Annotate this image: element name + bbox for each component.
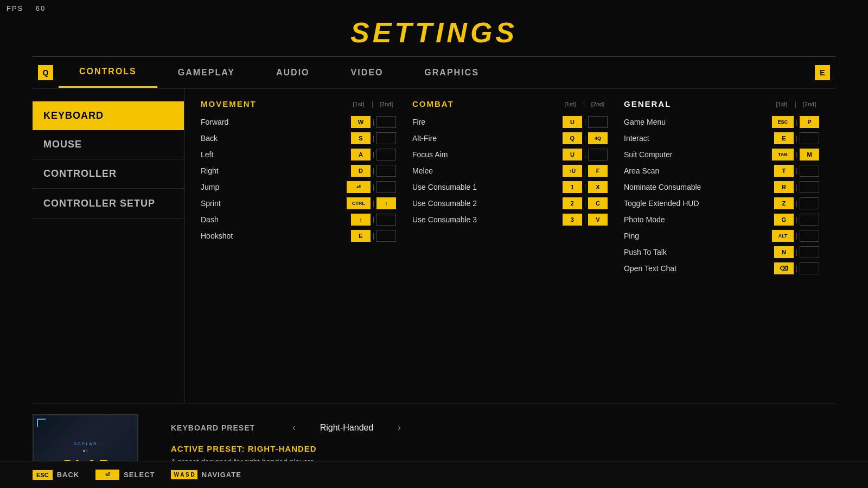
general-col-labels: [1st] | [2nd] [772, 100, 819, 108]
binding-altfire: Alt-Fire Q | 4Q [412, 131, 608, 146]
movement-section: MOVEMENT [1st] | [2nd] Forward W | [201, 99, 396, 277]
general-title: GENERAL [624, 99, 671, 111]
binding-right: Right D | [201, 163, 396, 178]
key-forward-2nd[interactable] [376, 116, 396, 128]
key-interact-2nd[interactable] [800, 132, 819, 144]
key-back-2nd[interactable] [376, 132, 396, 144]
binding-gamemenu-name: Game Menu [624, 118, 772, 126]
combat-col-labels: [1st] | [2nd] [560, 100, 608, 108]
tab-graphics[interactable]: GRAPHICS [404, 58, 499, 87]
binding-togglehud: Toggle Extended HUD Z | [624, 196, 819, 211]
key-nominate-2nd[interactable] [800, 181, 819, 193]
binding-hookshot-name: Hookshot [201, 232, 351, 240]
tab-icon-e[interactable]: E [815, 65, 830, 80]
nav-item-select: ⏎ SELECT [95, 470, 155, 480]
key-fire-2nd[interactable] [588, 116, 608, 128]
key-fire-1st[interactable]: U [563, 116, 582, 128]
combat-1st-label: [1st] [560, 101, 580, 107]
movement-2nd-label: [2nd] [376, 101, 396, 107]
key-altfire-1st[interactable]: Q [563, 132, 582, 144]
preset-prev-button[interactable]: ‹ [288, 420, 300, 435]
key-hookshot-2nd[interactable] [376, 230, 396, 242]
binding-pushtotalk-name: Push To Talk [624, 248, 774, 256]
binding-jump: Jump ⏎ | [201, 179, 396, 195]
key-nominate-1st[interactable]: R [774, 181, 794, 193]
binding-interact-name: Interact [624, 134, 774, 143]
key-consumable2-1st[interactable]: 2 [563, 197, 582, 209]
top-nav: Q CONTROLS GAMEPLAY AUDIO VIDEO GRAPHICS… [33, 56, 835, 88]
binding-areascan: Area Scan T | [624, 163, 819, 178]
key-togglehud-2nd[interactable] [800, 197, 819, 209]
binding-focusaim: Focus Aim U | [412, 147, 608, 162]
binding-jump-name: Jump [201, 183, 347, 191]
key-left-2nd[interactable] [376, 149, 396, 160]
key-back-1st[interactable]: S [351, 132, 371, 144]
key-consumable2-2nd[interactable]: C [588, 197, 608, 209]
binding-hookshot: Hookshot E | [201, 228, 396, 243]
key-photomode-2nd[interactable] [800, 214, 819, 226]
key-focusaim-1st[interactable]: U [563, 149, 582, 160]
binding-altfire-name: Alt-Fire [412, 134, 563, 143]
binding-consumable3-name: Use Consumable 3 [412, 215, 563, 224]
tab-video[interactable]: VIDEO [330, 58, 404, 87]
key-suitcomputer-1st[interactable]: TAB [772, 149, 794, 160]
key-consumable1-2nd[interactable]: X [588, 181, 608, 193]
key-areascan-1st[interactable]: T [774, 165, 794, 177]
tab-icon-q[interactable]: Q [38, 65, 53, 80]
key-textchat-1st[interactable]: ⌫ [774, 262, 794, 274]
key-consumable3-1st[interactable]: 3 [563, 214, 582, 226]
tab-controls[interactable]: CONTROLS [59, 57, 157, 88]
binding-photomode-name: Photo Mode [624, 215, 774, 224]
fps-label: FPS [7, 4, 23, 12]
key-pushtotalk-1st[interactable]: N [774, 246, 794, 258]
key-gamemenu-1st[interactable]: ESC [772, 116, 794, 128]
key-sprint-2nd[interactable]: ↑ [376, 197, 396, 209]
key-left-1st[interactable]: A [351, 149, 371, 160]
movement-header: MOVEMENT [1st] | [2nd] [201, 99, 396, 109]
nav-key-esc: ESC [33, 470, 53, 480]
nav-label-back: BACK [57, 471, 80, 479]
binding-ping: Ping ALT | [624, 228, 819, 243]
sidebar-item-controller[interactable]: CONTROLLER [33, 159, 184, 189]
sidebar-item-keyboard[interactable]: KEYBOARD [33, 101, 184, 130]
key-sprint-1st[interactable]: CTRL [347, 197, 371, 209]
key-togglehud-1st[interactable]: Z [774, 197, 794, 209]
sidebar-item-mouse[interactable]: MOUSE [33, 130, 184, 159]
key-areascan-2nd[interactable] [800, 165, 819, 177]
key-interact-1st[interactable]: E [774, 132, 794, 144]
key-focusaim-2nd[interactable] [588, 149, 608, 160]
key-right-2nd[interactable] [376, 165, 396, 177]
binding-back-name: Back [201, 134, 351, 143]
key-melee-1st[interactable]: ↑U [563, 165, 582, 177]
key-suitcomputer-2nd[interactable]: M [800, 149, 819, 160]
key-hookshot-1st[interactable]: E [351, 230, 371, 242]
key-altfire-2nd[interactable]: 4Q [588, 132, 608, 144]
key-jump-1st[interactable]: ⏎ [347, 181, 371, 193]
key-textchat-2nd[interactable] [800, 262, 819, 274]
binding-suitcomputer-name: Suit Computer [624, 150, 772, 159]
key-dash-2nd[interactable] [376, 214, 396, 226]
key-ping-2nd[interactable] [800, 230, 819, 242]
key-jump-2nd[interactable] [376, 181, 396, 193]
key-ping-1st[interactable]: ALT [772, 230, 794, 242]
bindings-columns: MOVEMENT [1st] | [2nd] Forward W | [201, 99, 819, 277]
tab-audio[interactable]: AUDIO [256, 58, 330, 87]
binding-sprint-name: Sprint [201, 199, 347, 208]
preset-next-button[interactable]: › [393, 420, 405, 435]
binding-melee: Melee ↑U | F [412, 163, 608, 178]
key-photomode-1st[interactable]: G [774, 214, 794, 226]
key-pushtotalk-2nd[interactable] [800, 246, 819, 258]
key-right-1st[interactable]: D [351, 165, 371, 177]
tab-gameplay[interactable]: GAMEPLAY [157, 58, 256, 87]
nav-item-navigate: W A S D NAVIGATE [171, 470, 241, 479]
key-forward-1st[interactable]: W [351, 116, 371, 128]
key-consumable1-1st[interactable]: 1 [563, 181, 582, 193]
binding-consumable3: Use Consumable 3 3 | V [412, 212, 608, 227]
binding-melee-name: Melee [412, 166, 563, 175]
key-dash-1st[interactable]: ↑ [351, 214, 371, 226]
binding-ping-name: Ping [624, 232, 772, 240]
sidebar-item-controller-setup[interactable]: CONTROLLER SETUP [33, 189, 184, 219]
key-melee-2nd[interactable]: F [588, 165, 608, 177]
key-gamemenu-2nd[interactable]: P [800, 116, 819, 128]
key-consumable3-2nd[interactable]: V [588, 214, 608, 226]
